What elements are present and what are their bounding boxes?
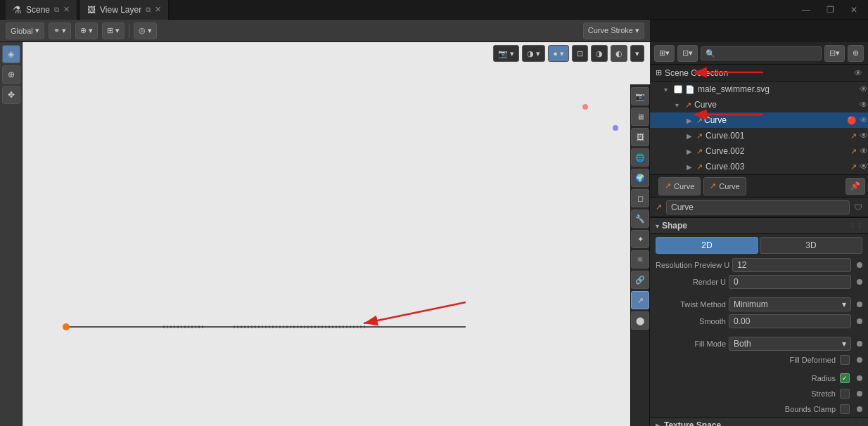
world-props-btn[interactable]: 🌍 — [631, 169, 649, 187]
tool-cursor-btn[interactable]: ⊕ — [2, 65, 20, 84]
fill-deformed-checkbox[interactable] — [840, 355, 850, 365]
btn-3d[interactable]: 3D — [760, 237, 862, 254]
smooth-value[interactable]: 0.00 — [729, 314, 851, 328]
tool-move-btn[interactable]: ✥ — [2, 86, 20, 104]
tool-btn-2[interactable]: ⊕▾ — [75, 22, 98, 39]
right-panel-toolbar: ⊞▾ ⊡▾ ⊟▾ ⊛ — [650, 42, 868, 65]
tool-select-btn[interactable]: ◈ — [2, 45, 20, 63]
stretch-checkbox[interactable] — [840, 389, 850, 399]
viewport-mode3-btn[interactable]: ◐ — [611, 45, 627, 62]
render-u-dot[interactable] — [857, 279, 862, 285]
prop-tab-curve2[interactable]: ↗ Curve — [703, 177, 746, 195]
scene-props-btn[interactable]: 🌐 — [631, 148, 649, 167]
render-props-btn[interactable]: 📷 — [631, 87, 649, 105]
tree-item-curve-child[interactable]: ▶ ↗ Curve 🔴 👁 — [650, 112, 868, 128]
outliner-search-input[interactable] — [701, 46, 822, 60]
tree-item-curve-002[interactable]: ▶ ↗ Curve.002 ↗ 👁 — [650, 143, 868, 159]
view-layer-props-btn[interactable]: 🖼 — [631, 128, 649, 146]
viewport[interactable]: ◈ ⊕ ✥ 📷▾ ◑▾ ●▾ ⊡ ◑ ◐ ▾ — [0, 42, 650, 426]
tool-btn-3[interactable]: ⊞▾ — [102, 22, 125, 39]
object-props-btn[interactable]: ◻ — [631, 189, 649, 207]
scene-label: Scene — [26, 5, 50, 15]
viewport-overlay-btn[interactable]: ◑▾ — [522, 45, 545, 62]
viewport-canvas[interactable] — [23, 42, 650, 426]
tool-btn-1[interactable]: ⚭▾ — [49, 22, 71, 39]
twist-method-dropdown[interactable]: Minimum ▾ — [729, 297, 851, 311]
outliner-filter-btn[interactable]: ⊟▾ — [824, 45, 845, 62]
section-dots: ⋮⋮ — [850, 222, 862, 229]
view-layer-icon: 🖼 — [87, 5, 96, 15]
viewport-more-btn[interactable]: ▾ — [630, 45, 644, 62]
scene-close-btn[interactable]: ✕ — [63, 5, 70, 14]
main-layout: ◈ ⊕ ✥ 📷▾ ◑▾ ●▾ ⊡ ◑ ◐ ▾ — [0, 42, 868, 426]
tree-item-curve-parent[interactable]: ▾ ↗ Curve 👁 — [650, 97, 868, 112]
titlebar-left: ⚗ Scene ⧉ ✕ 🖼 View Layer ⧉ ✕ — [0, 0, 169, 20]
curve-stroke-btn[interactable]: Curve Stroke ▾ — [583, 22, 644, 39]
svg-point-13 — [63, 323, 70, 330]
bounds-clamp-dot[interactable] — [857, 406, 862, 412]
global-mode-btn[interactable]: Global ▾ — [6, 22, 44, 39]
twist-dot[interactable] — [857, 302, 862, 307]
resolution-preview-dot[interactable] — [857, 262, 862, 268]
fill-mode-arrow: ▾ — [842, 339, 846, 349]
viewport-shading2-btn[interactable]: ●▾ — [548, 45, 569, 62]
stretch-dot[interactable] — [857, 391, 862, 396]
curve-tab2-label: Curve — [719, 182, 739, 191]
output-props-btn[interactable]: 🖥 — [631, 108, 649, 126]
outliner-display-btn[interactable]: ⊡▾ — [677, 45, 698, 62]
restore-btn[interactable]: ❐ — [819, 3, 841, 17]
render-u-value[interactable]: 0 — [729, 275, 851, 289]
fill-mode-dropdown[interactable]: Both ▾ — [729, 337, 851, 351]
curve-name-value[interactable]: Curve — [666, 200, 850, 214]
close-btn[interactable]: ✕ — [843, 3, 865, 17]
pin-btn[interactable]: 📌 — [845, 178, 865, 195]
physics-props-btn[interactable]: ⚛ — [631, 250, 649, 269]
expand-arrow: ▾ — [664, 86, 672, 93]
scene-section: ⚗ Scene ⧉ ✕ — [6, 0, 77, 20]
visibility-checkbox[interactable] — [674, 85, 682, 93]
particles-props-btn[interactable]: ✦ — [631, 230, 649, 248]
eye-icon-curve-parent[interactable]: 👁 — [860, 100, 868, 110]
data-props-btn[interactable]: ↗ — [631, 291, 649, 309]
cursor-icon: ⊕ — [80, 26, 87, 35]
item-label: male_swimmer.svg — [698, 84, 770, 94]
eye-icon-collection[interactable]: 👁 — [854, 68, 862, 78]
properties-tabs: ↗ Curve ↗ Curve 📌 — [650, 175, 868, 198]
tree-item-male-swimmer[interactable]: ▾ 📄 male_swimmer.svg 👁 — [650, 82, 868, 97]
viewport-shading-btn[interactable]: 📷▾ — [493, 45, 519, 62]
curve-tab1-label: Curve — [674, 182, 694, 191]
prop-tab-curve1[interactable]: ↗ Curve — [658, 177, 701, 195]
scene-popout-btn[interactable]: ⧉ — [54, 6, 59, 14]
view-layer-popout-btn[interactable]: ⧉ — [146, 6, 151, 14]
viewport-mode-btn[interactable]: ⊡ — [572, 45, 588, 62]
bounds-clamp-checkbox[interactable] — [840, 404, 850, 414]
fill-mode-dot[interactable] — [857, 341, 862, 347]
eye-icon-swimmer[interactable]: 👁 — [860, 84, 868, 94]
proportional-btn[interactable]: ◎▾ — [134, 22, 157, 39]
resolution-preview-value[interactable]: 12 — [732, 258, 851, 272]
tree-item-curve-003[interactable]: ▶ ↗ Curve.003 ↗ 👁 — [650, 159, 868, 174]
smooth-dot[interactable] — [857, 318, 862, 324]
material-props-btn[interactable]: ⬤ — [631, 311, 649, 330]
curve-003-sub-icon: ↗ — [850, 162, 857, 172]
tree-item-curve-001[interactable]: ▶ ↗ Curve.001 ↗ 👁 — [650, 128, 868, 143]
viewport-mode2-btn[interactable]: ◑ — [591, 45, 608, 62]
shape-section-header[interactable]: ▾ Shape ⋮⋮ — [650, 217, 868, 234]
texture-space-header[interactable]: ▶ Texture Space ⋮⋮ — [650, 417, 868, 426]
eye-icon-003[interactable]: 👁 — [860, 162, 868, 172]
outliner-mode-btn[interactable]: ⊞▾ — [654, 45, 675, 62]
eye-icon-002[interactable]: 👁 — [860, 146, 868, 156]
radius-checkbox[interactable]: ✓ — [840, 373, 850, 383]
fill-deformed-dot[interactable] — [857, 357, 862, 363]
outliner-sync-btn[interactable]: ⊛ — [848, 45, 864, 62]
btn-2d[interactable]: 2D — [656, 237, 758, 254]
view-layer-close-btn[interactable]: ✕ — [155, 5, 161, 14]
radius-dot[interactable] — [857, 375, 862, 381]
spacer1 — [650, 290, 868, 296]
eye-icon-curve-child[interactable]: 👁 — [860, 115, 868, 125]
minimize-btn[interactable]: — — [795, 3, 817, 17]
modifier-props-btn[interactable]: 🔧 — [631, 209, 649, 228]
radius-row: Radius ✓ — [650, 370, 868, 386]
constraints-props-btn[interactable]: 🔗 — [631, 271, 649, 289]
eye-icon-001[interactable]: 👁 — [860, 131, 868, 141]
